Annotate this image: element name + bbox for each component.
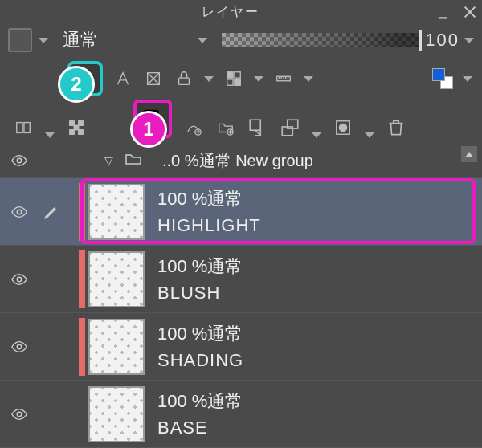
blend-mode-value: 通常 [63, 28, 98, 52]
svg-rect-12 [79, 121, 84, 126]
layer-color-swatch[interactable] [8, 28, 32, 52]
blend-mode-select[interactable]: 通常 [55, 28, 215, 52]
layer-row-shading[interactable]: 100 %通常 SHADING [0, 313, 482, 381]
svg-rect-14 [70, 130, 75, 135]
merge-down-button[interactable] [280, 117, 300, 138]
layer-row-highlight[interactable]: 100 %通常 HIGHLIGHT [0, 178, 482, 246]
lock-dropdown-icon[interactable] [204, 76, 214, 82]
group-info: ..0 %通常 [162, 152, 231, 169]
opacity-slider[interactable]: 100 [222, 30, 474, 51]
ruler-button[interactable] [273, 68, 294, 89]
reference-layer-button[interactable] [112, 68, 133, 89]
layer-color-indicator[interactable] [432, 68, 453, 89]
layer-info: 100 %通常 [157, 253, 243, 279]
layer-thumbnail [88, 184, 145, 240]
svg-rect-20 [250, 120, 260, 130]
layer-thumbnail [88, 386, 145, 442]
clip-indicator [79, 250, 85, 308]
svg-rect-9 [17, 123, 22, 133]
mask-dropdown-icon[interactable] [254, 76, 263, 82]
checker-display-button[interactable] [66, 117, 87, 138]
ruler-dropdown-icon[interactable] [304, 76, 313, 82]
new-vector-layer-button[interactable] [183, 117, 204, 138]
svg-rect-15 [79, 130, 84, 135]
layer-mask-button[interactable] [333, 117, 353, 138]
svg-point-17 [155, 121, 163, 129]
opacity-value: 100 [425, 30, 460, 51]
svg-point-24 [339, 124, 346, 131]
new-raster-layer-button[interactable] [133, 100, 172, 138]
visibility-toggle[interactable] [5, 203, 34, 221]
svg-rect-13 [74, 125, 79, 130]
active-edit-icon [37, 203, 66, 221]
layer-info: 100 %通常 [157, 388, 243, 414]
mask-related-button[interactable] [223, 68, 244, 89]
layer-thumbnail [88, 251, 145, 307]
opacity-caret-icon[interactable] [464, 38, 474, 43]
scroll-up-button[interactable] [461, 146, 477, 162]
svg-point-26 [17, 210, 22, 214]
svg-point-25 [17, 158, 22, 163]
layer-thumbnail [88, 319, 145, 375]
delete-layer-button[interactable] [386, 117, 406, 138]
layer-color-dropdown-icon[interactable] [39, 38, 48, 43]
close-icon[interactable] [463, 5, 477, 19]
opacity-track [222, 33, 420, 47]
layer-group-row[interactable]: ▽ ..0 %通常 New group [0, 143, 482, 178]
svg-rect-6 [235, 72, 240, 78]
visibility-toggle[interactable] [5, 152, 34, 169]
layer-row-base[interactable]: 100 %通常 BASE [0, 381, 482, 448]
two-panes-button[interactable] [13, 117, 34, 138]
svg-rect-3 [179, 78, 190, 84]
clip-indicator [79, 318, 85, 376]
clip-indicator [79, 183, 85, 241]
visibility-toggle[interactable] [5, 338, 34, 356]
layers-list: ▽ ..0 %通常 New group 100 %通常 HIGHLIGHT [0, 143, 482, 448]
svg-rect-10 [24, 123, 30, 133]
layer-name: SHADING [157, 347, 243, 373]
transfer-to-lower-button[interactable] [247, 117, 268, 138]
layer-name: HIGHLIGHT [157, 212, 261, 238]
svg-rect-11 [70, 121, 75, 126]
group-name: New group [235, 152, 313, 169]
layer-name: BASE [157, 414, 243, 441]
svg-rect-5 [235, 79, 240, 85]
panes-caret-icon[interactable] [45, 132, 55, 138]
layer-info: 100 %通常 [157, 185, 261, 212]
svg-point-29 [17, 412, 22, 417]
svg-rect-7 [227, 79, 233, 85]
layer-row-blush[interactable]: 100 %通常 BLUSH [0, 246, 482, 313]
visibility-toggle[interactable] [5, 405, 34, 423]
group-collapse-caret-icon[interactable]: ▽ [104, 154, 119, 167]
merge-caret-icon[interactable] [312, 132, 321, 138]
blend-mode-caret-icon [198, 38, 207, 43]
folder-icon [122, 149, 145, 172]
clip-to-layer-below-button[interactable] [67, 61, 103, 96]
draft-layer-button[interactable] [143, 68, 164, 89]
new-folder-button[interactable] [215, 117, 236, 138]
lock-layer-button[interactable] [174, 68, 194, 89]
menu-icon[interactable] [5, 2, 26, 22]
svg-rect-4 [227, 72, 233, 78]
svg-rect-1 [81, 75, 88, 82]
svg-point-27 [17, 277, 22, 282]
layer-name: BLUSH [157, 279, 243, 306]
layer-info: 100 %通常 [157, 320, 243, 347]
layer-mask-caret-icon[interactable] [365, 132, 374, 138]
visibility-toggle[interactable] [5, 271, 34, 288]
panel-title: レイヤー [26, 4, 435, 21]
minimize-icon[interactable] [435, 5, 450, 19]
color-indicator-caret-icon[interactable] [463, 76, 472, 82]
svg-point-28 [17, 344, 22, 349]
